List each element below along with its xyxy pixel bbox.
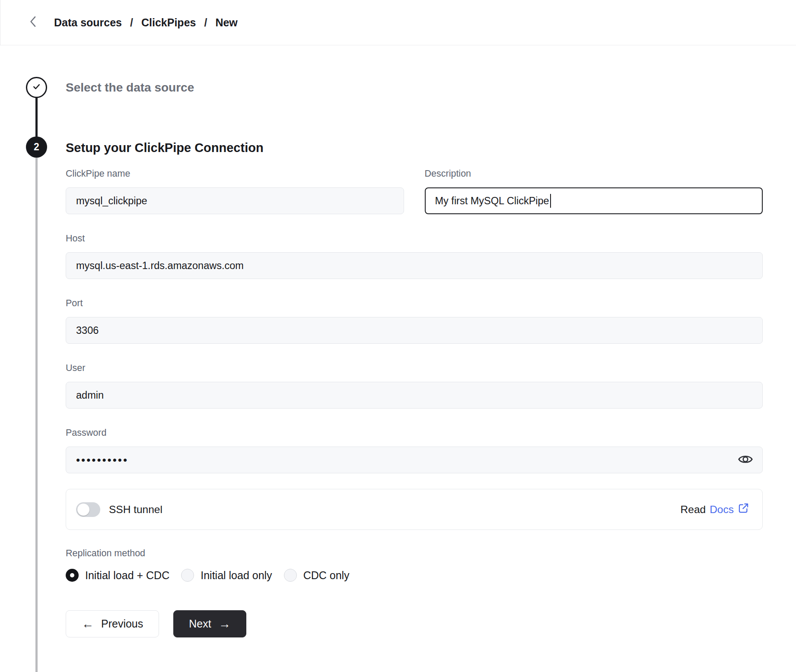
next-button-label: Next: [189, 618, 211, 630]
clickpipe-name-label: ClickPipe name: [66, 168, 404, 179]
replication-method-options: Initial load + CDC Initial load only CDC…: [66, 569, 763, 582]
docs-link[interactable]: Docs: [710, 504, 734, 516]
replication-method-label: Replication method: [66, 548, 763, 558]
breadcrumb-item-data-sources[interactable]: Data sources: [54, 16, 122, 29]
previous-button-label: Previous: [101, 618, 143, 630]
clickpipe-name-input[interactable]: [66, 187, 404, 214]
ssh-tunnel-toggle[interactable]: [76, 502, 100, 517]
radio-unselected-icon[interactable]: [181, 569, 194, 582]
step1-title: Select the data source: [66, 81, 194, 95]
user-label: User: [66, 363, 763, 373]
breadcrumb-bar: Data sources / ClickPipes / New: [0, 0, 796, 45]
host-label: Host: [66, 233, 763, 244]
port-label: Port: [66, 298, 763, 308]
radio-label: CDC only: [303, 569, 350, 582]
previous-button[interactable]: ← Previous: [66, 610, 159, 637]
radio-label: Initial load + CDC: [85, 569, 169, 582]
wizard-body: 2 Select the data source Setup your Clic…: [0, 45, 796, 672]
clickpipe-connection-form: ClickPipe name Description My first MySQ…: [66, 168, 763, 637]
toggle-knob: [77, 504, 89, 516]
host-input[interactable]: [66, 252, 763, 279]
breadcrumb-item-new: New: [215, 16, 237, 29]
breadcrumb: Data sources / ClickPipes / New: [54, 16, 238, 29]
password-label: Password: [66, 428, 763, 438]
check-icon: [32, 82, 41, 93]
description-label: Description: [425, 168, 763, 179]
user-input[interactable]: [66, 382, 763, 409]
chevron-left-icon: [30, 16, 36, 29]
arrow-left-icon: ←: [82, 618, 94, 630]
password-input[interactable]: [66, 447, 763, 473]
back-button[interactable]: [30, 14, 45, 31]
radio-selected-icon[interactable]: [66, 569, 79, 582]
radio-unselected-icon[interactable]: [284, 569, 297, 582]
description-input[interactable]: My first MySQL ClickPipe: [425, 187, 763, 214]
step1-completed-indicator: [26, 77, 47, 98]
breadcrumb-separator: /: [204, 16, 207, 29]
next-button[interactable]: Next →: [173, 610, 246, 637]
external-link-icon[interactable]: [738, 502, 749, 517]
eye-icon: [738, 453, 753, 466]
ssh-tunnel-label: SSH tunnel: [109, 504, 162, 516]
description-value: My first MySQL ClickPipe: [435, 195, 549, 207]
text-cursor: [550, 194, 551, 208]
radio-initial-load-cdc[interactable]: Initial load + CDC: [66, 569, 169, 582]
breadcrumb-separator: /: [130, 16, 133, 29]
stepper-connector-inactive: [35, 157, 38, 672]
ssh-tunnel-card: SSH tunnel Read Docs: [66, 489, 763, 530]
password-visibility-button[interactable]: [734, 450, 757, 470]
read-text: Read: [681, 504, 706, 516]
radio-label: Initial load only: [201, 569, 272, 582]
radio-cdc-only[interactable]: CDC only: [284, 569, 350, 582]
radio-initial-load-only[interactable]: Initial load only: [181, 569, 272, 582]
port-input[interactable]: [66, 317, 763, 344]
arrow-right-icon: →: [219, 618, 231, 630]
step2-number-badge: 2: [26, 136, 47, 158]
step2-title: Setup your ClickPipe Connection: [66, 141, 264, 155]
breadcrumb-item-clickpipes[interactable]: ClickPipes: [141, 16, 196, 29]
stepper-connector-active: [35, 97, 38, 137]
